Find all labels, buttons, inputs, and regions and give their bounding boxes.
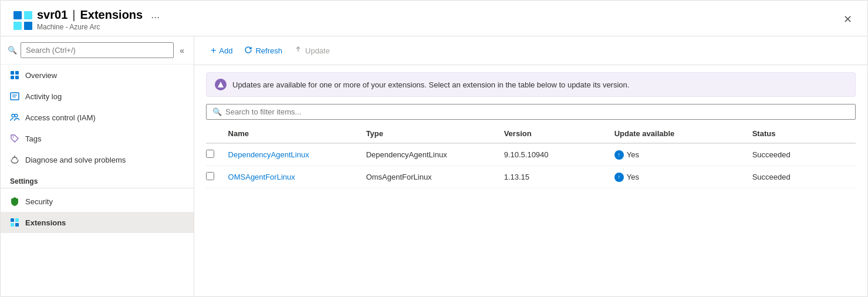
col-header-status: Status: [752, 124, 856, 143]
header: svr01 | Extensions ... Machine - Azure A…: [1, 1, 867, 36]
sidebar-item-label: Diagnose and solve problems: [25, 156, 126, 164]
row2-check-cell: [206, 166, 228, 188]
header-left: svr01 | Extensions ... Machine - Azure A…: [12, 8, 163, 31]
sidebar-item-label: Overview: [25, 71, 57, 80]
sidebar-item-tags[interactable]: Tags: [1, 128, 194, 149]
row2-version-cell: 1.13.15: [504, 166, 614, 188]
svg-rect-2: [13, 22, 22, 30]
col-header-update: Update available: [614, 124, 752, 143]
sidebar-item-access-control[interactable]: Access control (IAM): [1, 107, 194, 128]
row2-update-text: Yes: [627, 173, 639, 181]
row1-check-cell: [206, 143, 228, 166]
page-title: Extensions: [80, 8, 143, 22]
access-control-icon: [10, 113, 19, 122]
svg-point-13: [15, 114, 18, 117]
row1-version-cell: 9.10.5.10940: [504, 143, 614, 166]
row1-status-cell: Succeeded: [752, 143, 856, 166]
svg-rect-4: [24, 22, 32, 30]
row1-name-link[interactable]: DependencyAgentLinux: [228, 150, 309, 159]
svg-rect-18: [15, 218, 19, 222]
notification-bar: Updates are available for one or more of…: [206, 72, 856, 97]
table-container: Name Type Version Update available Statu…: [194, 124, 867, 296]
toolbar: + Add Refresh Update: [194, 36, 867, 65]
svg-rect-19: [11, 223, 14, 227]
refresh-button[interactable]: Refresh: [239, 43, 287, 59]
row1-type-cell: DependencyAgentLinux: [366, 143, 504, 166]
ellipsis-button[interactable]: ...: [147, 8, 163, 22]
filter-input[interactable]: [225, 107, 849, 116]
row2-update-cell: ↑ Yes: [614, 166, 752, 188]
row2-name-link[interactable]: OMSAgentForLinux: [228, 173, 295, 181]
row1-update-cell: ↑ Yes: [614, 143, 752, 166]
settings-section-header: Settings: [1, 170, 194, 188]
notification-icon: [215, 79, 227, 90]
sidebar-item-activity-log[interactable]: Activity log: [1, 86, 194, 107]
col-header-type: Type: [366, 124, 504, 143]
row2-update-icon: ↑: [614, 173, 624, 182]
sidebar: 🔍 « Overview Activity log: [1, 36, 194, 296]
update-icon: [294, 46, 302, 56]
add-button[interactable]: + Add: [206, 42, 237, 59]
row1-update-icon: ↑: [614, 150, 624, 160]
svg-rect-5: [11, 71, 14, 75]
table-header-row: Name Type Version Update available Statu…: [206, 124, 856, 143]
extensions-table: Name Type Version Update available Statu…: [206, 124, 856, 188]
row1-checkbox[interactable]: [206, 150, 214, 158]
row1-name-cell: DependencyAgentLinux: [228, 143, 366, 166]
col-header-version: Version: [504, 124, 614, 143]
filter-bar: 🔍: [194, 104, 867, 124]
main-layout: 🔍 « Overview Activity log: [1, 36, 867, 296]
activity-log-icon: [10, 92, 19, 101]
sidebar-item-overview[interactable]: Overview: [1, 65, 194, 86]
table-row: DependencyAgentLinux DependencyAgentLinu…: [206, 143, 856, 166]
svg-rect-7: [11, 76, 14, 79]
col-header-check: [206, 124, 228, 143]
diagnose-icon: [10, 155, 19, 164]
collapse-sidebar-button[interactable]: «: [177, 45, 187, 56]
svg-rect-17: [15, 223, 19, 227]
notification-text: Updates are available for one or more of…: [232, 80, 629, 89]
refresh-icon: [244, 46, 252, 56]
search-box: 🔍 «: [1, 36, 194, 65]
row1-update-badge: ↑ Yes: [614, 150, 745, 160]
security-icon: [10, 197, 19, 206]
sidebar-item-diagnose[interactable]: Diagnose and solve problems: [1, 149, 194, 170]
sidebar-item-label: Security: [25, 197, 53, 206]
add-icon: +: [211, 45, 216, 56]
sidebar-item-extensions[interactable]: Extensions: [1, 212, 194, 233]
svg-point-12: [12, 114, 15, 117]
row2-name-cell: OMSAgentForLinux: [228, 166, 366, 188]
sidebar-item-label: Activity log: [25, 92, 62, 101]
settings-divider: [1, 188, 194, 188]
sidebar-nav: Overview Activity log Access control (IA…: [1, 65, 194, 296]
filter-search-icon: 🔍: [212, 107, 222, 116]
svg-point-14: [13, 137, 14, 138]
row2-checkbox[interactable]: [206, 172, 214, 180]
header-subtitle: Machine - Azure Arc: [37, 23, 163, 31]
row2-status-cell: Succeeded: [752, 166, 856, 188]
tags-icon: [10, 134, 19, 143]
sidebar-item-label: Tags: [25, 134, 41, 143]
header-title-group: svr01 | Extensions ... Machine - Azure A…: [37, 8, 163, 31]
svg-rect-9: [11, 93, 19, 100]
extensions-icon: [10, 218, 19, 227]
row1-update-text: Yes: [627, 150, 639, 159]
update-button[interactable]: Update: [289, 43, 335, 59]
sidebar-item-label: Extensions: [25, 218, 66, 227]
overview-icon: [10, 70, 19, 80]
sidebar-item-label: Access control (IAM): [25, 113, 96, 122]
svg-rect-8: [15, 76, 19, 79]
close-button[interactable]: ✕: [840, 12, 856, 27]
svg-rect-6: [15, 71, 19, 75]
svg-rect-16: [11, 218, 14, 222]
header-title: svr01 | Extensions ...: [37, 8, 163, 22]
content-area: + Add Refresh Update: [194, 36, 867, 296]
search-icon: 🔍: [8, 46, 17, 55]
svg-rect-3: [24, 11, 32, 19]
search-input[interactable]: [21, 42, 174, 58]
sidebar-item-security[interactable]: Security: [1, 191, 194, 212]
resource-icon: [12, 10, 31, 29]
table-row: OMSAgentForLinux OmsAgentForLinux 1.13.1…: [206, 166, 856, 188]
col-header-name: Name: [228, 124, 366, 143]
row2-update-badge: ↑ Yes: [614, 173, 745, 182]
